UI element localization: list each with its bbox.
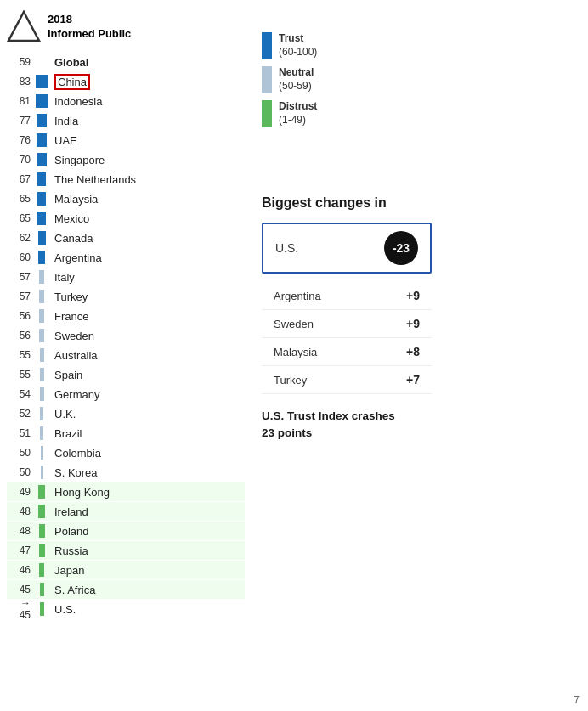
country-score: 48 [7,505,31,517]
trust-label: Trust (60-100) [279,32,317,59]
country-name: Malaysia [54,193,98,206]
change-value: +9 [406,289,420,302]
country-score: 83 [7,76,31,87]
country-bar [38,231,46,245]
page-number: 7 [574,694,580,706]
country-bar [39,270,44,284]
list-item: 55Spain [7,365,245,384]
list-item: 47Russia [7,541,245,560]
country-score: 45 [7,584,31,595]
bar-area [34,466,49,479]
list-item: → 45U.S. [7,600,245,618]
country-score: 56 [7,330,31,341]
list-item: 57Italy [7,268,245,286]
country-bar [40,407,43,420]
country-bar [41,446,43,460]
country-score: 65 [7,212,31,224]
year-label: 2018 [48,13,72,25]
list-item: 67The Netherlands [7,170,245,189]
svg-marker-0 [8,12,39,41]
list-item: 52U.K. [7,404,245,423]
country-name: Indonesia [54,95,102,108]
country-name: Japan [54,564,84,577]
triangle-icon [7,10,41,44]
change-country-label: Sweden [274,318,314,330]
left-panel: 2018 Informed Public 59Global83China81In… [7,7,245,704]
subtitle-label: Informed Public [48,27,131,40]
list-item: 81Indonesia [7,92,245,110]
country-score: 59 [7,56,31,68]
bar-area [34,192,49,206]
country-name: Poland [54,525,88,538]
country-score: 47 [7,545,31,556]
list-item: 48Poland [7,522,245,540]
change-row: Malaysia+8 [262,338,432,366]
country-score: 70 [7,154,31,166]
country-bar [40,368,44,381]
country-name: The Netherlands [54,173,136,186]
country-score: 46 [7,564,31,576]
list-item: 77India [7,111,245,130]
country-score: 67 [7,173,31,185]
country-score: 76 [7,134,31,146]
legend: Trust (60-100) Neutral (50-59) Distrust … [262,32,581,127]
country-score: 52 [7,408,31,420]
changes-title: Biggest changes in [262,195,581,211]
country-bar [39,309,44,323]
country-name: Hong Kong [54,486,110,499]
bar-area [34,270,49,284]
country-score: 60 [7,251,31,263]
country-bar [40,602,44,616]
country-name: Colombia [54,447,101,460]
bar-area [34,583,49,596]
country-name: S. Africa [54,584,95,596]
changes-section: Biggest changes in U.S. -23 Argentina+9S… [262,195,581,443]
distrust-label: Distrust (1-49) [279,100,317,127]
list-item: 55Australia [7,346,245,364]
change-value: +8 [406,345,420,358]
country-score: 57 [7,271,31,283]
bar-area [34,172,49,186]
bar-area [34,485,49,499]
list-item: 65Mexico [7,209,245,228]
country-score: 81 [7,95,31,107]
country-score: 51 [7,427,31,439]
country-name: Turkey [54,291,88,303]
list-item: 76UAE [7,131,245,150]
list-item: 83China [7,72,245,91]
bar-area [34,368,49,381]
list-item: 46Japan [7,561,245,579]
list-item: 45S. Africa [7,580,245,599]
country-bar [37,114,47,127]
country-name: Germany [54,388,99,401]
country-list: 59Global83China81Indonesia77India76UAE70… [7,53,245,618]
change-row: Argentina+9 [262,282,432,310]
list-item: 62Canada [7,229,245,247]
us-change-value: -23 [384,231,418,265]
country-name: Spain [54,369,82,381]
country-name: Global [54,56,88,69]
other-changes: Argentina+9Sweden+9Malaysia+8Turkey+7 [262,282,581,394]
list-item: 49Hong Kong [7,482,245,501]
country-name: U.S. [54,603,76,616]
list-item: 57Turkey [7,287,245,306]
bar-area [34,153,49,166]
country-bar [36,75,48,88]
bar-area [34,329,49,342]
country-bar [37,192,46,206]
country-score: 49 [7,486,31,498]
list-item: 59Global [7,53,245,71]
bar-area [34,348,49,362]
list-item: 60Argentina [7,248,245,267]
legend-neutral: Neutral (50-59) [262,66,581,93]
bar-area [34,426,49,440]
country-bar [37,172,46,186]
bar-area [34,524,49,538]
bar-area [34,231,49,245]
country-score: → 45 [7,597,31,621]
country-bar [40,583,44,596]
chart-header: 2018 Informed Public [7,10,245,44]
bar-area [34,114,49,127]
bar-area [34,602,49,616]
list-item: 70Singapore [7,150,245,169]
